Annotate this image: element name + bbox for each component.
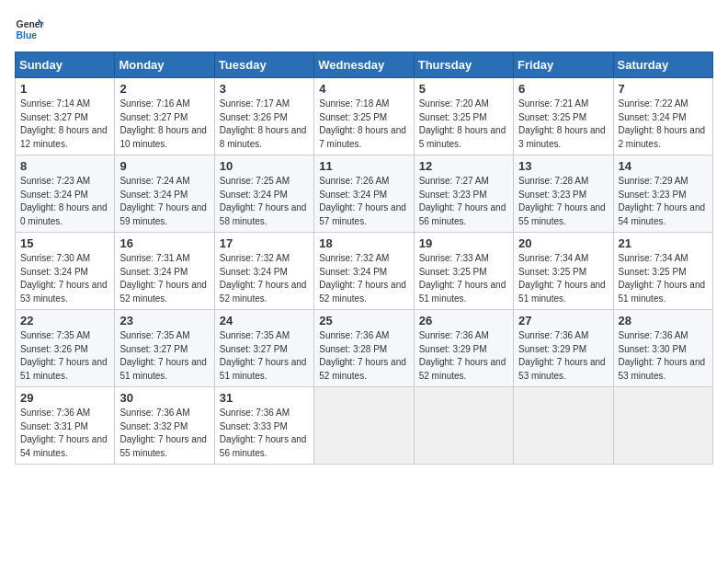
calendar-cell: 19Sunrise: 7:33 AMSunset: 3:25 PMDayligh… [414,233,513,310]
day-number: 2 [119,82,209,96]
calendar-cell: 15Sunrise: 7:30 AMSunset: 3:24 PMDayligh… [16,233,115,310]
calendar-cell: 22Sunrise: 7:35 AMSunset: 3:26 PMDayligh… [16,310,115,387]
logo-icon: General Blue [15,15,44,44]
day-info: Sunrise: 7:32 AMSunset: 3:24 PMDaylight:… [319,253,406,304]
calendar-cell [514,387,613,465]
weekday-header-friday: Friday [514,52,613,78]
calendar-cell: 17Sunrise: 7:32 AMSunset: 3:24 PMDayligh… [214,233,313,310]
calendar-cell: 23Sunrise: 7:35 AMSunset: 3:27 PMDayligh… [115,310,214,387]
day-number: 18 [319,236,408,250]
calendar-cell: 24Sunrise: 7:35 AMSunset: 3:27 PMDayligh… [214,310,313,387]
day-number: 13 [518,159,608,173]
day-number: 29 [20,391,109,405]
day-number: 4 [319,82,408,96]
day-info: Sunrise: 7:36 AMSunset: 3:28 PMDaylight:… [319,330,406,381]
weekday-header-tuesday: Tuesday [214,52,313,78]
calendar-cell: 27Sunrise: 7:36 AMSunset: 3:29 PMDayligh… [514,310,613,387]
day-info: Sunrise: 7:17 AMSunset: 3:26 PMDaylight:… [220,98,307,149]
calendar-table: SundayMondayTuesdayWednesdayThursdayFrid… [15,52,713,465]
day-number: 7 [619,82,708,96]
page-header: General Blue [15,15,713,44]
day-info: Sunrise: 7:24 AMSunset: 3:24 PMDaylight:… [119,176,207,226]
calendar-cell: 6Sunrise: 7:21 AMSunset: 3:25 PMDaylight… [514,78,613,155]
day-number: 25 [319,314,408,327]
calendar-cell: 30Sunrise: 7:36 AMSunset: 3:32 PMDayligh… [115,387,214,465]
calendar-cell: 14Sunrise: 7:29 AMSunset: 3:23 PMDayligh… [613,155,712,233]
day-info: Sunrise: 7:16 AMSunset: 3:27 PMDaylight:… [119,98,207,149]
day-number: 14 [619,159,708,173]
calendar-cell: 29Sunrise: 7:36 AMSunset: 3:31 PMDayligh… [16,387,115,465]
day-info: Sunrise: 7:23 AMSunset: 3:24 PMDaylight:… [20,176,108,226]
calendar-cell: 5Sunrise: 7:20 AMSunset: 3:25 PMDaylight… [414,78,513,155]
calendar-cell: 2Sunrise: 7:16 AMSunset: 3:27 PMDaylight… [115,78,214,155]
calendar-week-3: 15Sunrise: 7:30 AMSunset: 3:24 PMDayligh… [16,233,713,310]
day-info: Sunrise: 7:21 AMSunset: 3:25 PMDaylight:… [518,98,606,149]
calendar-cell [314,387,414,465]
day-info: Sunrise: 7:33 AMSunset: 3:25 PMDaylight:… [419,253,506,304]
day-info: Sunrise: 7:28 AMSunset: 3:23 PMDaylight:… [518,176,606,226]
weekday-header-sunday: Sunday [16,52,115,78]
day-info: Sunrise: 7:30 AMSunset: 3:24 PMDaylight:… [20,253,108,304]
calendar-cell: 25Sunrise: 7:36 AMSunset: 3:28 PMDayligh… [314,310,414,387]
day-number: 28 [619,314,708,327]
day-number: 31 [220,391,309,405]
weekday-header-thursday: Thursday [414,52,513,78]
day-info: Sunrise: 7:26 AMSunset: 3:24 PMDaylight:… [319,176,406,226]
calendar-cell: 20Sunrise: 7:34 AMSunset: 3:25 PMDayligh… [514,233,613,310]
day-number: 12 [419,159,508,173]
day-number: 26 [419,314,508,327]
calendar-cell: 28Sunrise: 7:36 AMSunset: 3:30 PMDayligh… [613,310,712,387]
day-number: 8 [20,159,109,173]
calendar-cell: 10Sunrise: 7:25 AMSunset: 3:24 PMDayligh… [214,155,313,233]
day-number: 5 [419,82,508,96]
calendar-cell: 8Sunrise: 7:23 AMSunset: 3:24 PMDaylight… [16,155,115,233]
day-number: 9 [119,159,209,173]
day-number: 24 [220,314,309,327]
calendar-cell [613,387,712,465]
calendar-cell: 7Sunrise: 7:22 AMSunset: 3:24 PMDaylight… [613,78,712,155]
day-info: Sunrise: 7:20 AMSunset: 3:25 PMDaylight:… [419,98,506,149]
day-number: 11 [319,159,408,173]
day-number: 27 [518,314,608,327]
calendar-cell: 9Sunrise: 7:24 AMSunset: 3:24 PMDaylight… [115,155,214,233]
day-number: 1 [20,82,109,96]
day-number: 30 [119,391,209,405]
day-number: 23 [119,314,209,327]
day-number: 16 [119,236,209,250]
svg-text:Blue: Blue [17,30,38,40]
weekday-header-saturday: Saturday [613,52,712,78]
calendar-cell: 18Sunrise: 7:32 AMSunset: 3:24 PMDayligh… [314,233,414,310]
calendar-cell: 21Sunrise: 7:34 AMSunset: 3:25 PMDayligh… [613,233,712,310]
day-number: 17 [220,236,309,250]
day-info: Sunrise: 7:36 AMSunset: 3:29 PMDaylight:… [518,330,606,381]
day-number: 3 [220,82,309,96]
weekday-header-wednesday: Wednesday [314,52,414,78]
day-info: Sunrise: 7:35 AMSunset: 3:27 PMDaylight:… [220,330,307,381]
day-info: Sunrise: 7:25 AMSunset: 3:24 PMDaylight:… [220,176,307,226]
day-info: Sunrise: 7:29 AMSunset: 3:23 PMDaylight:… [619,176,706,226]
day-number: 15 [20,236,109,250]
calendar-cell: 12Sunrise: 7:27 AMSunset: 3:23 PMDayligh… [414,155,513,233]
day-info: Sunrise: 7:14 AMSunset: 3:27 PMDaylight:… [20,98,108,149]
day-info: Sunrise: 7:34 AMSunset: 3:25 PMDaylight:… [518,253,606,304]
day-info: Sunrise: 7:36 AMSunset: 3:29 PMDaylight:… [419,330,506,381]
day-info: Sunrise: 7:31 AMSunset: 3:24 PMDaylight:… [119,253,207,304]
day-number: 21 [619,236,708,250]
day-number: 19 [419,236,508,250]
logo: General Blue [15,15,44,44]
day-number: 22 [20,314,109,327]
day-info: Sunrise: 7:18 AMSunset: 3:25 PMDaylight:… [319,98,406,149]
calendar-cell: 4Sunrise: 7:18 AMSunset: 3:25 PMDaylight… [314,78,414,155]
day-info: Sunrise: 7:36 AMSunset: 3:30 PMDaylight:… [619,330,706,381]
day-info: Sunrise: 7:35 AMSunset: 3:27 PMDaylight:… [119,330,207,381]
calendar-cell: 13Sunrise: 7:28 AMSunset: 3:23 PMDayligh… [514,155,613,233]
calendar-cell: 1Sunrise: 7:14 AMSunset: 3:27 PMDaylight… [16,78,115,155]
calendar-week-1: 1Sunrise: 7:14 AMSunset: 3:27 PMDaylight… [16,78,713,155]
calendar-week-2: 8Sunrise: 7:23 AMSunset: 3:24 PMDaylight… [16,155,713,233]
day-info: Sunrise: 7:35 AMSunset: 3:26 PMDaylight:… [20,330,108,381]
calendar-cell [414,387,513,465]
calendar-week-5: 29Sunrise: 7:36 AMSunset: 3:31 PMDayligh… [16,387,713,465]
day-number: 6 [518,82,608,96]
day-info: Sunrise: 7:36 AMSunset: 3:32 PMDaylight:… [119,408,207,458]
calendar-cell: 16Sunrise: 7:31 AMSunset: 3:24 PMDayligh… [115,233,214,310]
